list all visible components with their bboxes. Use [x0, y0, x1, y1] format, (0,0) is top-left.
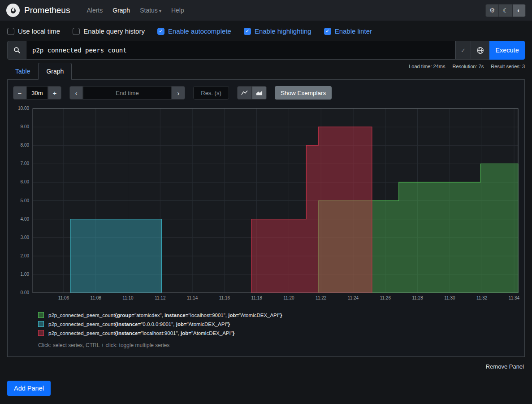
- theme-switcher: ⚙ ☾ ◐: [485, 4, 526, 17]
- option-enable-autocomplete[interactable]: ✓Enable autocomplete: [157, 27, 231, 35]
- range-increase-button[interactable]: +: [48, 86, 61, 100]
- svg-text:11:22: 11:22: [316, 295, 327, 300]
- dark-theme-icon[interactable]: ☾: [499, 4, 512, 17]
- option-label: Enable linter: [335, 27, 372, 35]
- svg-text:7.00: 7.00: [21, 161, 30, 166]
- resolution: Resolution: 7s: [452, 64, 484, 69]
- options-row: Use local timeEnable query history✓Enabl…: [0, 21, 532, 41]
- svg-text:11:20: 11:20: [283, 295, 294, 300]
- option-enable-linter[interactable]: ✓Enable linter: [324, 27, 372, 35]
- chart-area: 0.001.002.003.004.005.006.007.008.009.00…: [12, 105, 520, 305]
- query-bar: ✓ Execute: [7, 41, 525, 60]
- legend-item[interactable]: p2p_connected_peers_count{group="atomicd…: [38, 312, 520, 318]
- option-label: Enable autocomplete: [168, 27, 231, 35]
- show-exemplars-button[interactable]: Show Exemplars: [275, 86, 332, 100]
- graph-panel: − + ‹ › Show Exemplars 0.001.002.003.004…: [7, 79, 525, 357]
- svg-text:11:06: 11:06: [58, 295, 69, 300]
- query-input[interactable]: [26, 41, 455, 60]
- svg-text:11:34: 11:34: [509, 295, 520, 300]
- svg-text:2.00: 2.00: [21, 253, 30, 258]
- svg-text:6.00: 6.00: [21, 179, 30, 184]
- legend-item[interactable]: p2p_connected_peers_count{instance="loca…: [38, 330, 520, 336]
- legend-item[interactable]: p2p_connected_peers_count{instance="0.0.…: [38, 321, 520, 327]
- tab-graph[interactable]: Graph: [38, 63, 72, 80]
- nav-item-graph[interactable]: Graph: [108, 3, 135, 17]
- svg-text:3.00: 3.00: [21, 235, 30, 240]
- svg-text:4.00: 4.00: [21, 217, 30, 222]
- svg-text:11:24: 11:24: [348, 295, 359, 300]
- series-swatch-icon: [38, 312, 44, 318]
- checkbox-checked-icon[interactable]: ✓: [324, 28, 331, 35]
- load-time: Load time: 24ms: [409, 64, 445, 69]
- line-chart-icon[interactable]: [237, 86, 252, 100]
- svg-text:11:18: 11:18: [251, 295, 263, 300]
- svg-text:5.00: 5.00: [21, 198, 30, 203]
- time-forward-button[interactable]: ›: [172, 86, 185, 100]
- execute-button[interactable]: Execute: [489, 41, 525, 60]
- time-back-button[interactable]: ‹: [69, 86, 83, 100]
- option-use-local-time[interactable]: Use local time: [7, 27, 60, 35]
- endtime-group: ‹ ›: [69, 86, 185, 100]
- resolution-input[interactable]: [193, 86, 229, 100]
- svg-text:1.00: 1.00: [21, 272, 30, 277]
- result-series: Result series: 3: [491, 64, 525, 69]
- caret-down-icon: ▾: [159, 9, 161, 13]
- option-label: Enable highlighting: [255, 27, 311, 35]
- svg-text:11:14: 11:14: [187, 295, 198, 300]
- nav-item-help[interactable]: Help: [166, 3, 189, 17]
- nav-item-status[interactable]: Status▾: [135, 3, 166, 17]
- add-panel-button[interactable]: Add Panel: [7, 381, 51, 396]
- svg-text:8.00: 8.00: [21, 143, 30, 148]
- checkbox-checked-icon[interactable]: ✓: [244, 28, 251, 35]
- search-icon[interactable]: [7, 41, 26, 60]
- checkbox-unchecked-icon[interactable]: [7, 28, 14, 35]
- legend-list: p2p_connected_peers_count{group="atomicd…: [38, 312, 520, 336]
- svg-text:0.00: 0.00: [21, 290, 30, 295]
- brand-link[interactable]: Prometheus: [6, 4, 70, 17]
- graph-canvas[interactable]: 0.001.002.003.004.005.006.007.008.009.00…: [12, 105, 520, 305]
- query-dropdown-check-button[interactable]: ✓: [455, 41, 471, 60]
- svg-text:11:28: 11:28: [412, 295, 423, 300]
- nav-item-alerts[interactable]: Alerts: [82, 3, 108, 17]
- remove-panel-row: Remove Panel: [8, 363, 524, 370]
- add-panel-row: Add Panel: [7, 381, 525, 396]
- svg-text:10.00: 10.00: [18, 106, 29, 111]
- range-group: − +: [13, 86, 61, 100]
- stacked-chart-icon[interactable]: [252, 86, 267, 100]
- chart-type-group: [237, 86, 267, 100]
- option-enable-highlighting[interactable]: ✓Enable highlighting: [244, 27, 311, 35]
- option-label: Enable query history: [83, 27, 145, 35]
- checkbox-checked-icon[interactable]: ✓: [157, 28, 164, 35]
- nav-links: Alerts Graph Status▾ Help: [82, 3, 189, 17]
- range-decrease-button[interactable]: −: [13, 86, 26, 100]
- navbar: Prometheus Alerts Graph Status▾ Help ⚙ ☾…: [0, 0, 532, 21]
- svg-text:11:16: 11:16: [219, 295, 230, 300]
- range-input[interactable]: [26, 86, 48, 100]
- series-swatch-icon: [38, 321, 44, 327]
- svg-text:11:08: 11:08: [91, 295, 102, 300]
- svg-text:11:26: 11:26: [380, 295, 391, 300]
- auto-theme-icon[interactable]: ◐: [512, 4, 526, 17]
- end-time-input[interactable]: [83, 86, 172, 100]
- graph-controls: − + ‹ › Show Exemplars: [13, 86, 519, 100]
- remove-panel-link[interactable]: Remove Panel: [486, 363, 524, 370]
- svg-text:11:12: 11:12: [155, 295, 166, 300]
- option-enable-query-history[interactable]: Enable query history: [73, 27, 145, 35]
- tabs: Table Graph: [7, 63, 525, 79]
- series-swatch-icon: [38, 330, 44, 336]
- svg-text:11:10: 11:10: [122, 295, 134, 300]
- settings-icon[interactable]: ⚙: [485, 4, 499, 17]
- metrics-explorer-globe-icon[interactable]: [471, 41, 489, 60]
- option-label: Use local time: [18, 27, 60, 35]
- svg-text:11:30: 11:30: [444, 295, 455, 300]
- brand-title: Prometheus: [24, 5, 70, 15]
- svg-text:9.00: 9.00: [21, 124, 30, 129]
- prometheus-logo-icon: [6, 4, 20, 17]
- legend-hint: Click: select series, CTRL + click: togg…: [38, 342, 520, 348]
- tab-table[interactable]: Table: [7, 63, 38, 80]
- checkbox-unchecked-icon[interactable]: [73, 28, 80, 35]
- svg-text:11:32: 11:32: [476, 295, 488, 300]
